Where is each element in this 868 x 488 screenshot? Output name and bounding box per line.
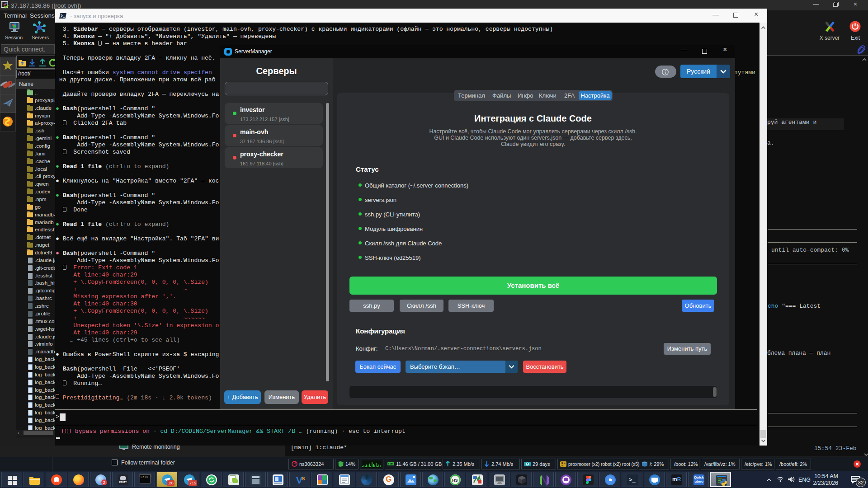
svg-text:HS: HS (452, 478, 458, 483)
